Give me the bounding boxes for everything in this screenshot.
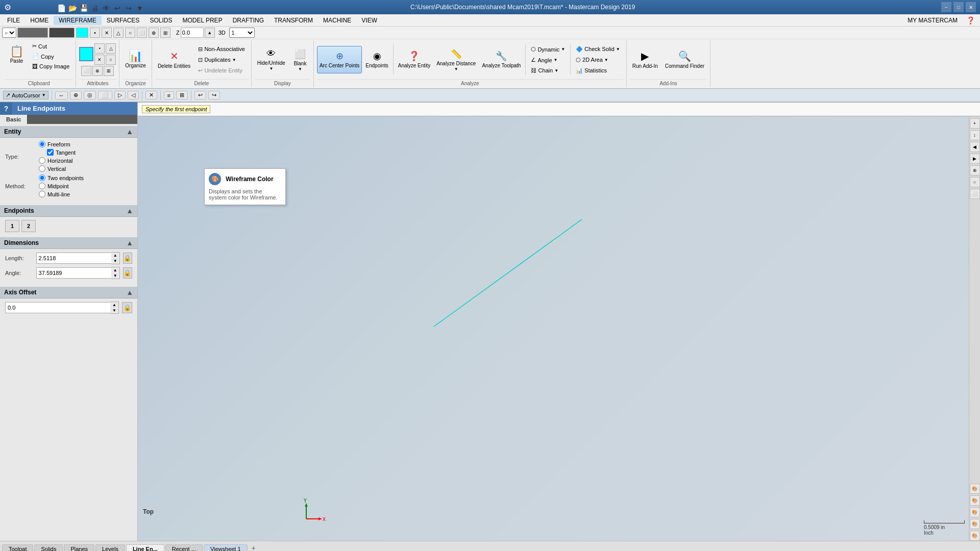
right-tool-6[interactable]: ○ [970,177,980,187]
z-input[interactable] [181,28,204,38]
angle-dropdown[interactable]: ▼ [554,58,558,62]
menu-view[interactable]: VIEW [356,16,382,25]
right-tool-11[interactable]: 🎨 [970,519,980,529]
right-tool-7[interactable]: ⬜ [970,189,980,199]
paste-button[interactable]: 📋 Paste [5,41,28,69]
tab-solids[interactable]: Solids [34,544,63,551]
right-tool-5[interactable]: ⊕ [970,165,980,176]
chain-dropdown[interactable]: ▼ [554,68,558,73]
qat-more[interactable]: ▼ [135,3,145,13]
wireframe-color-btn[interactable] [79,47,93,61]
qat-view[interactable]: 👁 [101,3,111,13]
endpoints-section-header[interactable]: Endpoints ▲ [0,205,137,217]
line-width-selector[interactable] [49,28,75,38]
dimensions-section-header[interactable]: Dimensions ▲ [0,237,137,249]
menu-model-prep[interactable]: MODEL PREP [177,16,227,25]
dynamic-dropdown[interactable]: ▼ [561,47,565,52]
midpoint-radio[interactable] [39,183,45,189]
endpoint-2-button[interactable]: 2 [21,220,36,232]
right-tool-1[interactable]: + [970,118,980,129]
panel-help-button[interactable]: ? [0,103,12,115]
check-solid-button[interactable]: 🔷 Check Solid ▼ [573,44,623,54]
my-mastercam[interactable]: MY MASTERCAM [902,16,963,25]
right-tool-10[interactable]: 🎨 [970,507,980,517]
tab-levels[interactable]: Levels [95,544,125,551]
analyze-distance-dropdown[interactable]: ▼ [454,67,458,71]
ac-btn-5[interactable]: ▷ [114,91,126,99]
length-spin-down[interactable]: ▼ [111,258,119,264]
undelete-button[interactable]: ↩ Undelete Entity [195,66,248,76]
analyze-toolpath-button[interactable]: 🔧 Analyze Toolpath [479,46,523,73]
tangent-checkbox[interactable] [47,149,54,156]
point-btn-5[interactable]: ⬜ [137,28,147,38]
length-lock-button[interactable]: 🔒 [123,253,132,264]
color-btn-3[interactable]: △ [106,43,116,54]
ac-btn-1[interactable]: ↔ [55,91,68,99]
point-btn-1[interactable]: • [90,28,100,38]
right-tool-12[interactable]: 🎨 [970,531,980,541]
blank-dropdown[interactable]: ▼ [298,67,302,71]
angle-input[interactable] [36,267,111,279]
endpoints-button[interactable]: ◉ Endpoints [363,46,390,73]
maximize-button[interactable]: □ [953,2,964,12]
analyze-entity-button[interactable]: ❓ Analyze Entity [396,46,433,73]
right-tool-4[interactable]: ▶ [970,154,980,164]
chain-button[interactable]: ⛓ Chain ▼ [528,66,568,75]
viewsheet-btn[interactable]: Viewsheet 1 [204,544,248,551]
angle-lock-button[interactable]: 🔒 [123,267,132,279]
ac-btn-11[interactable]: ↪ [208,91,220,99]
run-addin-button[interactable]: ▶ Run Add-In [630,46,660,73]
point-btn-3[interactable]: △ [113,28,124,38]
color-btn-5[interactable]: ⬜ [81,66,91,76]
duplicates-button[interactable]: ⊡ Duplicates ▼ [195,55,248,65]
qat-print[interactable]: 🖨 [90,3,100,13]
endpoint-1-button[interactable]: 1 [5,220,19,232]
ac-btn-3[interactable]: ◎ [84,91,96,99]
ac-btn-10[interactable]: ↩ [194,91,206,99]
tab-recent[interactable]: Recent ... [165,544,203,551]
viewport[interactable]: Specify the first endpoint 🎨 Wireframe C… [138,102,980,541]
autocursor-dropdown[interactable]: ↗ AutoCursor ▼ [3,91,48,99]
axis-offset-spin-up[interactable]: ▲ [110,302,118,308]
copy-image-button[interactable]: 🖼 Copy Image [29,62,72,71]
color-btn-2[interactable]: ✕ [94,55,105,65]
freeform-radio[interactable] [39,141,45,147]
angle-spin-down[interactable]: ▼ [111,273,119,279]
organize-button[interactable]: 📊 Organize [122,46,149,73]
menu-wireframe[interactable]: WIREFRAME [54,16,101,25]
delete-entities-button[interactable]: ✕ Delete Entities [155,44,193,76]
help-icon[interactable]: ❓ [966,16,975,24]
point-shape-select[interactable]: ○ [2,28,16,38]
right-tool-3[interactable]: ◀ [970,142,980,152]
tab-line-endpoints[interactable]: Line En... [126,544,164,551]
statistics-button[interactable]: 📊 Statistics [573,66,623,76]
point-btn-6[interactable]: ⊕ [149,28,159,38]
length-input[interactable] [36,253,111,264]
cut-button[interactable]: ✂ Cut [29,41,72,51]
axis-offset-section-header[interactable]: Axis Offset ▲ [0,287,137,298]
color-btn-1[interactable]: • [94,43,105,54]
z-spinup[interactable]: ▲ [205,28,215,38]
color-btn-6[interactable]: ⊕ [92,66,103,76]
ac-btn-6[interactable]: ◁ [128,91,139,99]
menu-surfaces[interactable]: SURFACES [102,16,145,25]
tab-planes[interactable]: Planes [64,544,94,551]
command-finder-button[interactable]: 🔍 Command Finder [663,46,707,73]
point-btn-2[interactable]: ✕ [102,28,112,38]
angle-spin-up[interactable]: ▲ [111,267,119,273]
menu-transform[interactable]: TRANSFORM [269,16,318,25]
ac-btn-8[interactable]: ≡ [164,91,174,99]
ac-btn-2[interactable]: ⊕ [70,91,82,99]
non-assoc-button[interactable]: ⊟ Non-Associative [195,44,248,54]
qat-new[interactable]: 📄 [56,3,66,13]
ac-btn-7[interactable]: ✕ [145,91,157,99]
color-btn-4[interactable]: ○ [106,55,116,65]
hide-unhide-dropdown[interactable]: ▼ [269,66,273,71]
copy-button[interactable]: 📄 Copy [29,52,72,61]
add-tab-button[interactable]: + [249,543,259,551]
line-style-selector[interactable] [17,28,48,38]
minimize-button[interactable]: − [941,2,951,12]
multi-line-radio[interactable] [39,191,45,197]
number-spinner[interactable]: 1 [229,28,255,38]
entity-section-header[interactable]: Entity ▲ [0,126,137,138]
